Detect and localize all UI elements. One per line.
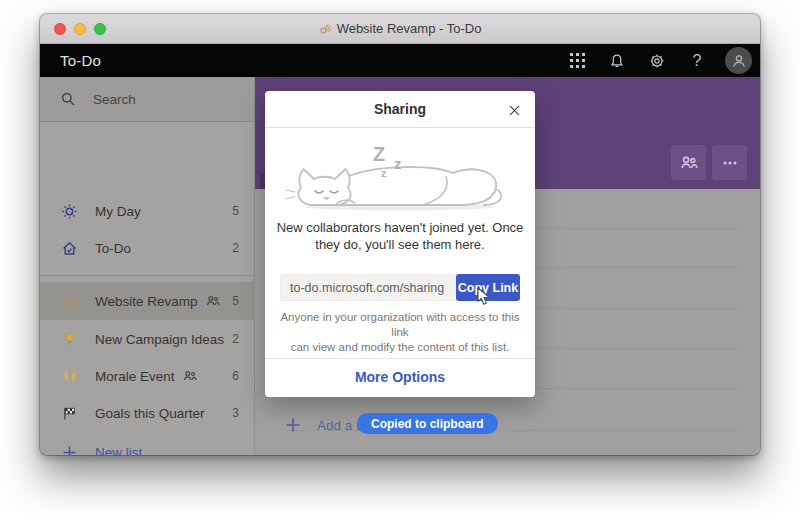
sidebar-divider [40, 275, 254, 276]
zzz-small: z [381, 167, 387, 179]
desktop: Website Revamp - To-Do To-Do [0, 0, 800, 513]
search-bar[interactable] [40, 77, 254, 122]
item-count-badge: 6 [232, 369, 239, 383]
empty-collaborators-text: New collaborators haven't joined yet. On… [275, 219, 525, 253]
sun-icon [61, 203, 78, 220]
item-count-badge: 5 [232, 204, 239, 218]
sidebar-item-goals-this-quarter[interactable]: Goals this Quarter 3 [40, 394, 254, 432]
app-launcher-waffle-icon[interactable] [565, 49, 589, 73]
item-count-badge: 3 [232, 406, 239, 420]
dialog-divider [265, 358, 535, 359]
home-check-icon [61, 240, 78, 257]
raising-hands-icon [61, 368, 78, 384]
more-options-link[interactable]: More Options [265, 369, 535, 385]
sidebar-item-label: Website Revamp [95, 294, 198, 309]
plus-icon [61, 445, 78, 456]
list-options-ellipsis-button[interactable] [712, 145, 747, 180]
app-title: To-Do [60, 52, 101, 69]
zzz-medium: z [394, 155, 402, 172]
window-controls [54, 23, 106, 35]
copied-toast: Copied to clipboard [357, 413, 498, 434]
share-link-input[interactable] [280, 274, 456, 301]
sharing-members-button[interactable] [671, 145, 706, 180]
macos-titlebar: Website Revamp - To-Do [40, 14, 760, 44]
close-icon[interactable] [504, 100, 524, 120]
item-count-badge: 2 [232, 241, 239, 255]
window-title: Website Revamp - To-Do [319, 21, 482, 36]
dialog-title: Sharing [374, 101, 426, 117]
toast-message: Copied to clipboard [371, 417, 484, 431]
sleeping-cat-illustration: Z z z [285, 139, 515, 212]
sidebar-item-new-campaign-ideas[interactable]: New Campaign Ideas 2 [40, 320, 254, 358]
minimize-window-button[interactable] [74, 23, 86, 35]
app-header: To-Do [40, 44, 760, 77]
close-window-button[interactable] [54, 23, 66, 35]
help-icon[interactable]: ? [685, 49, 709, 73]
sidebar-item-label: New Campaign Ideas [95, 332, 224, 347]
checkered-flag-icon [61, 406, 78, 421]
new-list-button[interactable]: New list [40, 433, 254, 455]
dialog-header: Sharing [265, 91, 535, 128]
share-permissions-caption: Anyone in your organization with access … [275, 310, 525, 355]
sidebar-item-label: My Day [95, 204, 141, 219]
sidebar-item-morale-event[interactable]: Morale Event 6 [40, 357, 254, 395]
sidebar-item-label: To-Do [95, 241, 131, 256]
sidebar-item-label: Goals this Quarter [95, 406, 205, 421]
sidebar-item-to-do[interactable]: To-Do 2 [40, 229, 254, 267]
item-count-badge: 5 [232, 294, 239, 308]
search-input[interactable] [93, 92, 233, 107]
notifications-bell-icon[interactable] [605, 49, 629, 73]
account-avatar[interactable] [725, 47, 752, 74]
lightbulb-icon [61, 332, 78, 347]
shared-list-people-icon [183, 369, 197, 383]
zzz-large: Z [373, 143, 385, 165]
new-list-label: New list [95, 445, 142, 456]
todo-app-window: Website Revamp - To-Do To-Do [40, 14, 760, 455]
sidebar-item-my-day[interactable]: My Day 5 [40, 192, 254, 230]
settings-gear-icon[interactable] [645, 49, 669, 73]
ok-hand-icon [319, 22, 332, 35]
add-todo-button[interactable]: Add a to-do [255, 407, 760, 443]
mouse-cursor [477, 287, 491, 306]
zoom-window-button[interactable] [94, 23, 106, 35]
plus-icon [285, 417, 301, 433]
ok-hand-icon [61, 293, 78, 309]
search-icon [60, 91, 76, 107]
sidebar: My Day 5 To-Do 2 [40, 77, 255, 455]
shared-list-people-icon [206, 294, 220, 308]
sidebar-item-label: Morale Event [95, 369, 175, 384]
sidebar-item-website-revamp[interactable]: Website Revamp 5 [40, 282, 254, 320]
sharing-dialog: Sharing Z [265, 91, 535, 397]
item-count-badge: 2 [232, 332, 239, 346]
window-title-text: Website Revamp - To-Do [337, 21, 482, 36]
